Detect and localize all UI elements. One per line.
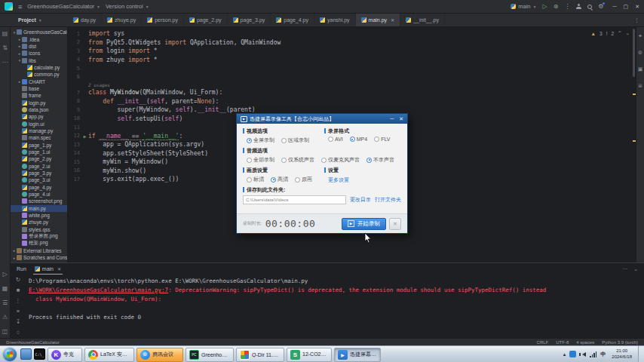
radio-option-FLV[interactable]: FLV xyxy=(374,137,390,142)
hide-panel-icon[interactable]: ⌄ xyxy=(633,266,638,272)
tree-item-login.py[interactable]: login.py xyxy=(11,99,67,106)
tree-item-框架.png[interactable]: 框架.png xyxy=(11,240,67,247)
tree-item-styles.qss[interactable]: styles.qss xyxy=(11,226,67,233)
usages-hint[interactable]: 2 usages xyxy=(68,81,636,88)
editor-tab-page_4.py[interactable]: page_4.py xyxy=(271,14,314,26)
taskbar-button-wps[interactable]: S12-CO2计算设置... xyxy=(287,348,332,362)
radio-option-标清[interactable]: 标清 xyxy=(247,176,264,183)
explorer-quicklaunch-icon[interactable] xyxy=(20,348,32,360)
prev-issue-icon[interactable]: ⌃ xyxy=(618,30,621,36)
problems-icon[interactable]: ⚠ xyxy=(2,314,8,321)
services-icon[interactable]: ◫ xyxy=(2,329,8,335)
inspections-widget[interactable]: ▲ 3 ! 2 ⌃ ⌄ xyxy=(591,30,630,36)
tree-item-calculate.py[interactable]: calculate.py xyxy=(11,64,67,71)
start-button[interactable] xyxy=(3,348,17,361)
taskbar-button-meeting[interactable]: ⊚腾讯会议 xyxy=(136,348,183,362)
editor-tab-day.py[interactable]: day.py xyxy=(68,14,102,26)
radio-option-区域录制[interactable]: 区域录制 xyxy=(281,137,309,144)
clear-console-icon[interactable]: ○ xyxy=(17,329,20,336)
more-actions-icon[interactable]: ⋮ xyxy=(564,3,570,10)
tree-item-app.py[interactable]: app.py xyxy=(11,113,67,120)
input-method-indicator[interactable]: 中 xyxy=(600,351,606,358)
project-widget[interactable]: GreenhouseGasCalculator ▼ xyxy=(27,3,100,10)
tree-item-External Libraries[interactable]: ▸External Libraries xyxy=(11,247,67,254)
cmd-quicklaunch-icon[interactable]: C:\_ xyxy=(34,348,45,360)
tree-item-icons[interactable]: ▸icons xyxy=(11,50,67,57)
project-tool-button[interactable]: Project ▼ xyxy=(0,14,68,26)
tree-item-screenshot.png[interactable]: screenshot.png xyxy=(11,198,67,204)
more-settings-link[interactable]: 更多设置 xyxy=(328,176,349,184)
open-folder-link[interactable]: 打开文件夹 xyxy=(375,196,401,204)
tree-item-page_2.ui[interactable]: page_2.ui xyxy=(11,163,67,170)
status-item[interactable]: 4 spaces xyxy=(576,340,594,345)
minimize-button[interactable]: ─ xyxy=(613,4,617,9)
tree-item-GreenhouseGasCalc[interactable]: ▾GreenhouseGasCalc xyxy=(11,29,67,35)
tree-item-login.ui[interactable]: login.ui xyxy=(11,120,67,127)
editor-tab-zhuye.py[interactable]: zhuye.py xyxy=(102,14,142,26)
radio-option-仅系统声音[interactable]: 仅系统声音 xyxy=(281,156,314,164)
tree-item-登录界面.png[interactable]: 登录界面.png xyxy=(11,233,67,240)
user-account-icon[interactable] xyxy=(576,4,581,9)
maximize-button[interactable]: ▢ xyxy=(624,4,629,10)
dialog-close-button[interactable]: ✕ xyxy=(399,116,403,122)
gradle-icon[interactable]: ≣ xyxy=(638,83,642,89)
radio-option-原画[interactable]: 原画 xyxy=(295,176,312,183)
tree-item-.idea[interactable]: ▸.idea xyxy=(11,35,67,42)
tree-item-common.py[interactable]: common.py xyxy=(11,71,67,78)
project-icon[interactable]: ▤ xyxy=(2,31,8,37)
more-tools-icon[interactable]: ⋯ xyxy=(2,60,8,66)
change-directory-link[interactable]: 更改目录 xyxy=(350,196,371,204)
radio-option-全部录制[interactable]: 全部录制 xyxy=(247,156,274,164)
status-item[interactable]: CRLF xyxy=(537,340,549,345)
radio-option-不录声音[interactable]: 不录声音 xyxy=(366,156,394,164)
tree-item-zhuye.py[interactable]: zhuye.py xyxy=(11,219,67,225)
tab-options-icon[interactable]: ⋮ xyxy=(634,14,644,26)
terminal-icon[interactable]: ☰ xyxy=(2,300,8,306)
close-run-tab-icon[interactable]: ✕ xyxy=(57,266,61,272)
database-icon[interactable]: ▣ xyxy=(638,66,643,72)
run-configuration-widget[interactable]: main ▼ xyxy=(511,3,536,10)
editor-scrollbar[interactable] xyxy=(633,29,635,77)
tree-item-page_4.ui[interactable]: page_4.ui xyxy=(11,191,67,198)
tree-item-dist[interactable]: ▸dist xyxy=(11,43,67,50)
scroll-to-end-icon[interactable]: ↧ xyxy=(16,318,20,325)
taskbar-button-chrome[interactable]: LaTeX 安装与入门 |... xyxy=(84,348,134,362)
editor-tab-__init__.py[interactable]: __init__.py xyxy=(400,14,445,26)
radio-option-高清[interactable]: 高清 xyxy=(271,176,288,183)
close-button[interactable]: ✕ xyxy=(635,4,639,10)
tree-item-page_1.ui[interactable]: page_1.ui xyxy=(11,149,67,155)
settings-gear-icon[interactable]: ⚙ xyxy=(598,3,603,10)
tree-item-manage.py[interactable]: manage.py xyxy=(11,127,67,134)
tree-item-Scratches and Consoles[interactable]: ▸Scratches and Consoles xyxy=(11,254,67,261)
run-button[interactable]: ▷ xyxy=(543,3,547,10)
stacktrace-link[interactable]: E:\WORK\GreenhouseGasCalculator\main.py:… xyxy=(29,287,168,293)
status-item[interactable]: Python 3.9 (torch) xyxy=(602,340,638,345)
tree-item-page_2.py[interactable]: page_2.py xyxy=(11,155,67,162)
radio-option-仅麦克风声音[interactable]: 仅麦克风声音 xyxy=(321,156,360,164)
editor-tab-yanshi.py[interactable]: yanshi.py xyxy=(314,14,356,26)
network-icon[interactable] xyxy=(590,351,596,357)
dialog-minimize-button[interactable]: ─ xyxy=(390,116,394,122)
radio-option-AVI[interactable]: AVI xyxy=(328,137,343,142)
taskbar-button-pycharm[interactable]: PCGreenhouseGasC... xyxy=(186,348,234,362)
debug-button[interactable]: ⊛ xyxy=(554,3,559,10)
run-more-icon[interactable]: ⋮ xyxy=(15,297,21,304)
tree-item-white.png[interactable]: white.png xyxy=(11,212,67,219)
next-issue-icon[interactable]: ⌄ xyxy=(626,30,630,36)
tree-item-page_1.py[interactable]: page_1.py xyxy=(11,142,67,149)
stop-recording-button[interactable]: ✕ xyxy=(389,218,401,230)
more-icon[interactable]: ⋯ xyxy=(622,266,627,272)
tree-item-main.spec[interactable]: main.spec xyxy=(11,134,67,141)
close-tab-icon[interactable]: ✕ xyxy=(391,17,394,23)
taskbar-clock[interactable]: 21:00 2024/6/18 xyxy=(609,348,634,360)
notifications-icon[interactable]: ⊚ xyxy=(638,50,642,56)
run-gutter-icon[interactable]: ▶ xyxy=(81,133,88,139)
search-icon[interactable] xyxy=(587,5,592,9)
tree-item-libs[interactable]: ▾libs xyxy=(11,57,67,63)
commit-icon[interactable]: ⇅ xyxy=(2,45,8,51)
show-desktop-button[interactable] xyxy=(638,346,644,362)
tree-item-page_3.py[interactable]: page_3.py xyxy=(11,170,67,176)
tree-item-frame[interactable]: frame xyxy=(11,92,67,99)
volume-icon[interactable] xyxy=(580,352,586,357)
stop-icon[interactable]: ■ xyxy=(17,287,20,293)
